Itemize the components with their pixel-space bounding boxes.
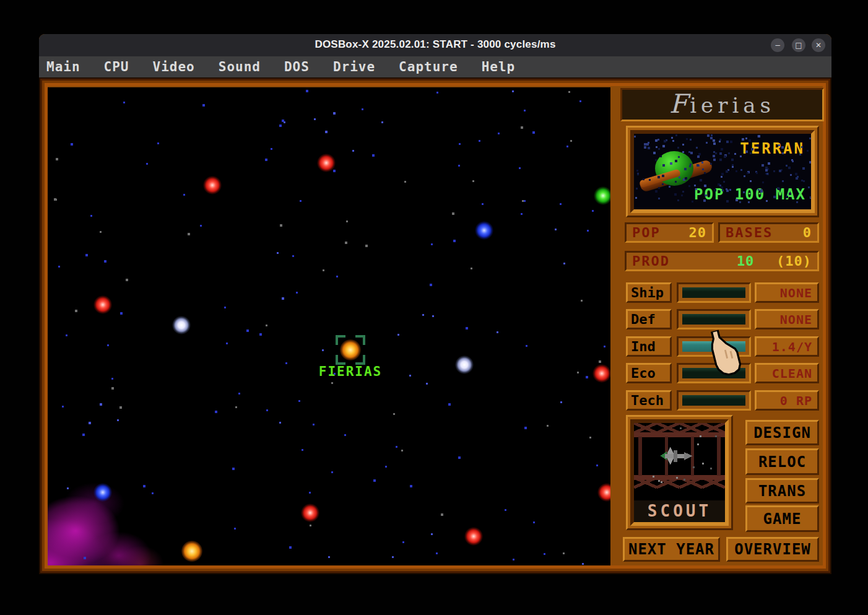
bg-star	[723, 181, 725, 183]
slider-label-ship[interactable]: Ship	[626, 282, 672, 303]
bg-star	[143, 485, 145, 487]
menu-item-main[interactable]: Main	[46, 59, 80, 74]
map-star[interactable]	[317, 154, 336, 172]
game-button[interactable]: GAME	[745, 505, 819, 532]
close-icon: ✕	[815, 41, 822, 50]
minimize-button[interactable]: −	[771, 38, 784, 52]
bg-star	[498, 133, 500, 134]
bg-star	[513, 559, 514, 560]
slider-value-ind: 1.4/Y	[755, 336, 819, 357]
bg-star	[596, 465, 598, 466]
bg-star	[739, 201, 741, 203]
bg-star	[589, 437, 591, 438]
bg-star	[801, 180, 803, 181]
slider-track-eco[interactable]	[677, 363, 751, 383]
map-star[interactable]	[172, 316, 191, 334]
bg-star	[745, 137, 747, 139]
bg-star	[298, 400, 300, 402]
bg-star	[675, 160, 677, 162]
bg-star	[702, 168, 704, 170]
pop-stat-box: POP 20	[625, 222, 714, 243]
menu-item-sound[interactable]: Sound	[219, 59, 261, 74]
slider-track-def[interactable]	[677, 309, 751, 329]
slider-value-tech: 0 RP	[755, 390, 819, 411]
dosbox-window: DOSBox-X 2025.02.01: START - 3000 cycles…	[39, 34, 831, 574]
slider-label-eco[interactable]: Eco	[626, 363, 672, 383]
map-star[interactable]	[592, 364, 610, 383]
bg-star	[279, 124, 282, 127]
bg-star	[736, 170, 737, 172]
slider-label-tech[interactable]: Tech	[626, 390, 672, 411]
bg-star	[795, 173, 797, 175]
bg-star	[679, 177, 680, 178]
bg-star	[271, 148, 272, 150]
menu-item-help[interactable]: Help	[482, 59, 516, 74]
map-star[interactable]	[93, 483, 112, 502]
design-button[interactable]: DESIGN	[745, 420, 819, 445]
bg-star	[466, 327, 468, 329]
menu-item-drive[interactable]: Drive	[333, 59, 375, 74]
bg-star	[750, 180, 752, 182]
map-star[interactable]	[475, 221, 493, 240]
menu-item-capture[interactable]: Capture	[399, 59, 458, 74]
bg-star	[729, 189, 731, 191]
bg-star	[689, 165, 691, 167]
bg-star	[675, 181, 677, 183]
menu-item-cpu[interactable]: CPU	[104, 59, 129, 74]
next-year-button[interactable]: NEXT YEAR	[623, 537, 720, 562]
bg-star	[328, 556, 330, 558]
map-star[interactable]	[464, 527, 483, 546]
map-star[interactable]	[455, 355, 474, 374]
bg-star	[586, 376, 588, 378]
prod-label: PROD	[632, 253, 670, 269]
bg-star	[726, 141, 729, 143]
bg-star	[512, 90, 514, 92]
map-star-selected[interactable]	[340, 339, 361, 360]
bg-star	[396, 446, 397, 448]
bg-star	[662, 183, 664, 185]
bg-star	[568, 91, 570, 93]
slider-track-tech[interactable]	[677, 390, 751, 411]
bg-star	[756, 172, 758, 174]
menu-item-dos[interactable]: DOS	[284, 59, 310, 74]
bg-star	[810, 196, 812, 198]
bg-star	[697, 155, 700, 158]
map-star[interactable]	[181, 541, 202, 562]
trans-button[interactable]: TRANS	[745, 478, 819, 504]
map-star[interactable]	[597, 483, 610, 502]
bg-star	[259, 333, 262, 336]
bg-star	[333, 170, 336, 172]
bg-star	[701, 162, 703, 164]
close-button[interactable]: ✕	[812, 38, 825, 52]
map-star[interactable]	[93, 295, 112, 314]
bg-star	[183, 194, 185, 196]
slider-track-ship[interactable]	[677, 282, 751, 303]
reloc-button[interactable]: RELOC	[745, 448, 819, 475]
map-star[interactable]	[301, 504, 319, 522]
bg-star	[71, 143, 73, 146]
slider-label-ind[interactable]: Ind	[626, 336, 672, 357]
bg-star	[656, 146, 658, 148]
map-star[interactable]	[594, 186, 610, 205]
bg-star	[505, 509, 506, 511]
ship-viewer[interactable]: SCOUT	[626, 415, 733, 530]
maximize-button[interactable]: □	[792, 38, 805, 52]
bg-star	[695, 188, 697, 190]
map-star[interactable]	[203, 176, 222, 194]
bg-star	[581, 300, 583, 302]
bases-value: 0	[803, 225, 812, 240]
slider-track-ind[interactable]	[677, 336, 751, 357]
title-bar[interactable]: DOSBox-X 2025.02.01: START - 3000 cycles…	[39, 34, 831, 56]
bg-star	[740, 169, 742, 171]
starmap[interactable]: FIERIAS	[48, 87, 610, 565]
menu-item-video[interactable]: Video	[153, 59, 195, 74]
bg-star	[524, 200, 526, 202]
bg-star	[426, 383, 428, 385]
slider-label-def[interactable]: Def	[626, 309, 672, 329]
bg-star	[362, 108, 363, 110]
bg-star	[809, 161, 811, 164]
bg-star	[698, 153, 701, 155]
bg-star	[685, 177, 687, 180]
overview-button[interactable]: OVERVIEW	[726, 537, 819, 562]
slider-value-eco: CLEAN	[755, 363, 819, 383]
